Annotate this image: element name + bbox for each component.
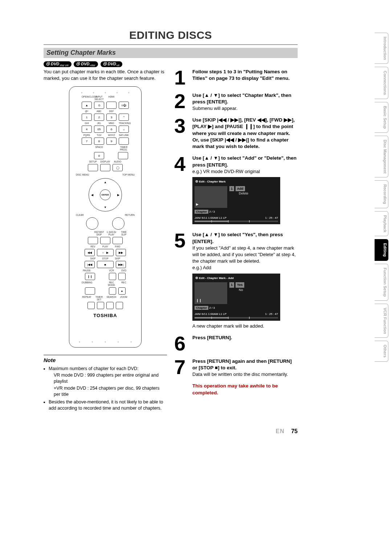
remote-setup[interactable] <box>88 164 98 171</box>
step-3: 3 Use [SKIP |◀◀ / ▶▶|], [REV ◀◀], [FWD ▶… <box>174 117 298 150</box>
badge-dvd-rw-vr: ⦿ DVD-RW VR <box>44 61 72 67</box>
page-content: EDITING DISCS Setting Chapter Marks ⦿ DV… <box>44 29 298 413</box>
osd-chapter-label: Chapter <box>195 306 208 310</box>
osd-menu: 1Add Delete <box>229 186 278 214</box>
remote-dubbing[interactable] <box>85 287 95 295</box>
remote-tracking-down[interactable]: ⌄ <box>119 126 129 133</box>
remote-stop[interactable]: ■ <box>97 261 114 268</box>
tab-playback[interactable]: Playback <box>375 211 388 237</box>
page-footer: EN 75 <box>276 428 298 435</box>
remote-13x-play[interactable] <box>100 237 110 244</box>
step-2: 2 Use [▲ / ▼] to select "Chapter Mark", … <box>174 92 298 112</box>
osd-chapter-label: Chapter <box>195 210 208 214</box>
osd-time: 1 : 25 : 47 <box>265 216 278 220</box>
step-text: Use [SKIP |◀◀ / ▶▶|], [REV ◀◀], [FWD ▶▶]… <box>192 117 295 149</box>
step-text: Press [RETURN]. <box>192 335 232 340</box>
remote-4[interactable]: 4 <box>82 126 92 133</box>
tab-basic-setup[interactable]: Basic Setup <box>375 102 388 133</box>
step-text: Use [▲ / ▼] to select "Chapter Mark", th… <box>192 93 291 104</box>
remote-timer-prog[interactable] <box>118 152 128 159</box>
tab-connections[interactable]: Connections <box>375 67 388 99</box>
remote-navpad[interactable]: ENTER ▲ ▼ ◀ ▶ <box>89 178 122 212</box>
remote-brand: TOSHIBA <box>72 313 138 318</box>
remote-top-menu-label: TOP MENU <box>122 173 135 176</box>
disc-icon: ⦿ <box>195 276 198 280</box>
remote-9[interactable]: 9 <box>106 138 117 145</box>
remote-clear[interactable] <box>86 217 98 230</box>
side-tabs: Introduction Connections Basic Setup Dis… <box>375 33 388 362</box>
step-5: 5 Use [▲ / ▼] to select "Yes", then pres… <box>174 231 298 329</box>
remote-satlink[interactable] <box>119 138 129 145</box>
remote-fwd[interactable]: ▶▶ <box>116 249 126 256</box>
osd-thumbnail: ▶ <box>195 186 227 208</box>
remote-return[interactable] <box>112 217 124 230</box>
remote-search[interactable] <box>106 302 114 309</box>
disc-icon: ⦿ <box>195 180 198 183</box>
osd-chapter-value: 2 / 3 <box>209 210 215 213</box>
remote-dvd[interactable] <box>118 273 126 280</box>
remote-repeat[interactable] <box>87 302 95 309</box>
remote-power[interactable]: I/⏻ <box>119 102 129 109</box>
step-subtext: Submenu will appear. <box>192 106 237 111</box>
remote-zoom[interactable] <box>116 302 123 309</box>
note-item: Maximum numbers of chapter for each DVD:… <box>49 366 167 398</box>
step-1: 1 Follow steps 1 to 3 in "Putting Names … <box>174 69 298 87</box>
step-number: 6 <box>174 335 189 353</box>
tab-recording[interactable]: Recording <box>375 180 388 208</box>
remote-hdmi[interactable] <box>106 102 117 109</box>
section-header: Setting Chapter Marks <box>44 48 298 58</box>
step-subtext: A new chapter mark will be added. <box>192 323 264 329</box>
remote-recmode[interactable] <box>109 287 116 295</box>
remote-display[interactable] <box>100 164 110 171</box>
remote-0[interactable]: 0 <box>94 152 104 159</box>
remote-pause[interactable]: ❙❙ <box>85 273 95 280</box>
osd-info: JAN/ 6/11 1:00AM L1 LP <box>195 312 226 316</box>
disc-badges: ⦿ DVD-RW VR ⦿ DVD+RW ⦿ DVD+R <box>44 60 298 67</box>
tab-vcr-function[interactable]: VCR Function <box>375 304 388 338</box>
remote-instant-skip[interactable] <box>88 237 98 244</box>
remote-tracking-up[interactable]: ⌃ <box>119 114 129 121</box>
remote-3[interactable]: 3 <box>106 114 117 121</box>
osd-option-delete[interactable]: Delete <box>237 191 250 196</box>
osd-option-add[interactable]: Add <box>236 186 245 191</box>
osd-progress <box>195 317 278 319</box>
remote-enter[interactable]: ENTER <box>100 189 111 200</box>
remote-audio[interactable]: ◯ <box>113 164 123 171</box>
step-text: Use [▲ / ▼] to select "Add" or "Delete",… <box>192 155 297 167</box>
remote-1[interactable]: 1 <box>82 114 92 121</box>
badge-dvd-plus-r: ⦿ DVD+R <box>101 61 122 67</box>
remote-input-select[interactable]: ⊙ <box>94 102 104 109</box>
note-title: Note <box>44 357 167 364</box>
remote-vcr[interactable] <box>109 273 116 280</box>
step-number: 5 <box>174 231 189 329</box>
remote-open-close[interactable]: ▲ <box>82 102 92 109</box>
step-subtext: Data will be written onto the disc momen… <box>192 372 288 377</box>
play-icon: ▶ <box>196 202 199 206</box>
tab-function-setup[interactable]: Function Setup <box>375 264 388 301</box>
osd-menu-num: 1 <box>229 282 234 287</box>
tab-disc-management[interactable]: Disc Management <box>375 136 388 178</box>
footer-lang: EN <box>276 428 285 434</box>
remote-rec[interactable]: ● <box>118 287 126 295</box>
remote-time-slip[interactable] <box>113 237 123 244</box>
tab-introduction[interactable]: Introduction <box>375 33 388 64</box>
remote-5[interactable]: 05 <box>94 126 104 133</box>
remote-skip-fwd[interactable]: ▶▶| <box>116 261 126 268</box>
remote-7[interactable]: 7 <box>82 138 92 145</box>
remote-8[interactable]: 8 <box>94 138 104 145</box>
remote-play[interactable]: ○ ▶ <box>97 249 114 256</box>
step-number: 2 <box>174 92 189 112</box>
remote-skip-back[interactable]: |◀◀ <box>85 261 95 268</box>
step-number: 7 <box>174 358 189 378</box>
tab-editing[interactable]: Editing <box>375 239 388 260</box>
footer-page-number: 75 <box>291 428 298 434</box>
osd-menu: 1Yes No <box>229 282 278 310</box>
osd-option-yes[interactable]: Yes <box>236 282 244 287</box>
osd-option-no[interactable]: No <box>237 288 245 292</box>
remote-timer-set[interactable] <box>97 302 104 309</box>
remote-rev[interactable]: ◀◀ <box>85 249 95 256</box>
remote-6[interactable]: 6 <box>106 126 117 133</box>
step-7: 7 Press [RETURN] again and then [RETURN]… <box>174 358 298 378</box>
tab-others[interactable]: Others <box>375 341 388 361</box>
remote-2[interactable]: 2 <box>94 114 104 121</box>
